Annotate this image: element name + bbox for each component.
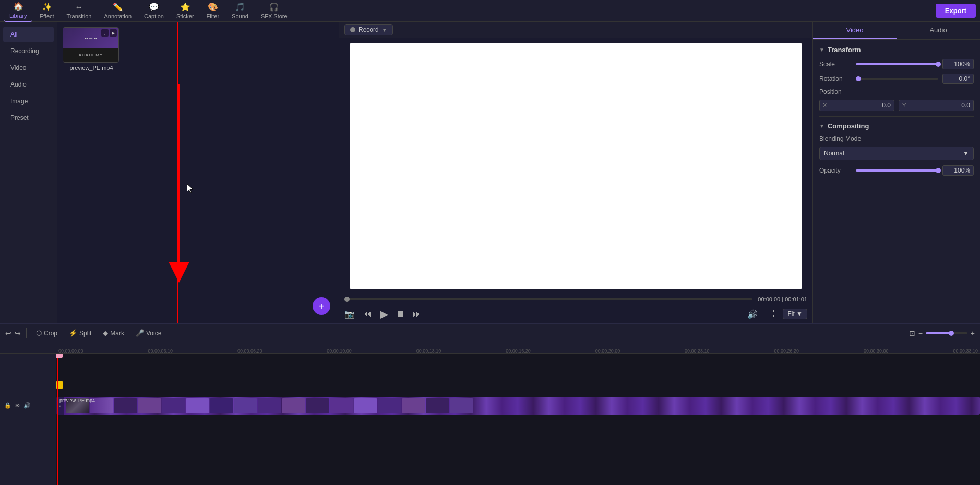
- media-thumb-video-icon: ▶: [110, 29, 117, 37]
- svg-marker-1: [169, 262, 189, 283]
- nav-library[interactable]: 🏠 Library: [4, 0, 32, 22]
- ruler-mark-10: 00:00:33:10: [953, 348, 978, 354]
- split-tool[interactable]: ⚡ Split: [65, 328, 95, 338]
- ruler-mark-0: 00:00:00:00: [58, 348, 83, 354]
- nav-sound[interactable]: 🎵 Sound: [226, 0, 254, 21]
- record-button[interactable]: Record ▼: [344, 24, 393, 35]
- ruler-mark-6: 00:00:20:00: [595, 348, 620, 354]
- rotation-value: 0.0°: [942, 74, 974, 84]
- audio-icon[interactable]: 🔊: [23, 402, 31, 409]
- opacity-label: Opacity: [819, 167, 856, 174]
- sfx-icon: 🎧: [269, 2, 279, 12]
- mark-icon: ◆: [103, 329, 108, 337]
- transform-arrow: ▼: [819, 47, 824, 53]
- tab-video[interactable]: Video: [813, 22, 897, 39]
- redo-button[interactable]: ↪: [15, 329, 21, 337]
- export-button[interactable]: Export: [936, 4, 976, 18]
- video-clip[interactable]: ▪: [56, 397, 980, 415]
- scale-slider[interactable]: [856, 63, 938, 65]
- nav-effect[interactable]: ✨ Effect: [34, 0, 59, 21]
- sidebar-item-preset[interactable]: Preset: [3, 110, 54, 126]
- opacity-slider[interactable]: [856, 169, 938, 172]
- blend-dropdown-arrow: ▼: [963, 150, 969, 157]
- volume-button[interactable]: 🔊: [747, 309, 758, 319]
- stop-button[interactable]: ⏹: [396, 309, 404, 319]
- voice-icon: 🎤: [136, 329, 144, 337]
- annotation-icon: ✏️: [113, 2, 123, 12]
- sidebar-item-image[interactable]: Image: [3, 93, 54, 109]
- lock-icon[interactable]: 🔒: [4, 402, 11, 409]
- y-axis-label: Y: [902, 102, 906, 108]
- fit-selector[interactable]: Fit ▼: [783, 309, 807, 319]
- preview-progress-bar: 00:00:00 | 00:01:01: [339, 294, 812, 305]
- drop-arrow: [166, 84, 192, 293]
- nav-sfx[interactable]: 🎧 SFX Store: [256, 0, 293, 21]
- compositing-section-header[interactable]: ▼ Compositing: [819, 122, 974, 130]
- blending-mode-label: Blending Mode: [819, 135, 861, 142]
- undo-button[interactable]: ↩: [5, 329, 11, 337]
- timeline-right: 00:00:00:00 00:00:03:10 00:00:06:20 00:0…: [56, 342, 980, 485]
- add-media-button[interactable]: +: [313, 297, 330, 315]
- track-row-video[interactable]: ▪: [56, 395, 980, 416]
- nav-annotation[interactable]: ✏️ Annotation: [99, 0, 137, 21]
- ruler-mark-4: 00:00:13:10: [416, 348, 441, 354]
- media-thumb-menu-icon: ⋮: [101, 29, 109, 37]
- zoom-out-button[interactable]: −: [918, 329, 923, 337]
- ruler-mark-5: 00:00:16:20: [506, 348, 531, 354]
- play-button[interactable]: ▶: [380, 308, 388, 320]
- ruler-mark-3: 00:00:10:00: [327, 348, 352, 354]
- zoom-slider[interactable]: [926, 332, 967, 334]
- preview-progress-track[interactable]: [344, 298, 752, 300]
- sidebar-item-audio[interactable]: Audio: [3, 77, 54, 92]
- main-area: All Recording Video Audio Image Preset: [0, 22, 980, 323]
- nav-caption[interactable]: 💬 Caption: [139, 0, 169, 21]
- transform-section-header[interactable]: ▼ Transform: [819, 46, 974, 54]
- zoom-in-button[interactable]: +: [971, 329, 975, 337]
- media-content: ▪▪ ─ ▪▪ ACADEMY ⋮ ▶ preview_PE.mp4: [57, 22, 339, 323]
- position-xy-row: X 0.0 Y 0.0: [819, 100, 974, 111]
- rewind-button[interactable]: ⏮: [363, 309, 372, 319]
- blending-mode-select[interactable]: Normal ▼: [819, 147, 974, 160]
- position-x-field[interactable]: X 0.0: [819, 100, 894, 111]
- scale-row: Scale 100%: [819, 59, 974, 69]
- fullscreen-button[interactable]: ⛶: [766, 309, 774, 319]
- eye-icon[interactable]: 👁: [15, 403, 20, 409]
- ruler-mark-7: 00:00:23:10: [685, 348, 710, 354]
- record-dropdown-arrow[interactable]: ▼: [382, 27, 387, 33]
- sidebar-item-all[interactable]: All: [3, 27, 54, 42]
- preview-controls: 📷 ⏮ ▶ ⏹ ⏭ 🔊 ⛶ Fit ▼: [339, 305, 812, 323]
- split-icon: ⚡: [69, 329, 77, 337]
- right-tabs: Video Audio: [813, 22, 980, 40]
- record-dot: [350, 27, 355, 32]
- top-nav: 🏠 Library ✨ Effect ↔ Transition ✏️ Annot…: [0, 0, 980, 22]
- crop-tool[interactable]: ⬡ Crop: [32, 328, 62, 338]
- voice-tool[interactable]: 🎤 Voice: [132, 328, 165, 338]
- sidebar-item-recording[interactable]: Recording: [3, 43, 54, 59]
- time-display: 00:00:00 | 00:01:01: [758, 296, 807, 302]
- sidebar-item-video[interactable]: Video: [3, 60, 54, 76]
- tab-audio[interactable]: Audio: [897, 22, 980, 39]
- nav-sticker[interactable]: ⭐ Sticker: [171, 0, 199, 21]
- timeline-playhead[interactable]: [57, 354, 58, 485]
- forward-button[interactable]: ⏭: [413, 309, 421, 319]
- timeline-tracks: ▪: [56, 354, 980, 485]
- mouse-cursor: [187, 184, 194, 191]
- position-section: Position X 0.0 Y 0.0: [819, 88, 974, 111]
- nav-filter[interactable]: 🎨 Filter: [201, 0, 224, 21]
- media-item[interactable]: ▪▪ ─ ▪▪ ACADEMY ⋮ ▶ preview_PE.mp4: [63, 27, 120, 71]
- timeline-area: ↩ ↪ ⬡ Crop ⚡ Split ◆ Mark 🎤 Voice ⊡ − +: [0, 323, 980, 485]
- position-y-field[interactable]: Y 0.0: [899, 100, 974, 111]
- mark-tool[interactable]: ◆ Mark: [99, 328, 128, 338]
- nav-transition[interactable]: ↔ Transition: [62, 1, 97, 21]
- preview-progress-thumb[interactable]: [344, 297, 350, 302]
- caption-icon: 💬: [149, 2, 159, 12]
- track-row-empty-2: [56, 374, 980, 395]
- ruler-mark-1: 00:00:03:10: [148, 348, 173, 354]
- zoom-controls: ⊡ − +: [909, 329, 975, 337]
- fit-timeline-button[interactable]: ⊡: [909, 329, 915, 337]
- fit-dropdown-arrow: ▼: [796, 310, 803, 318]
- rotation-slider[interactable]: [856, 78, 938, 80]
- clip-label: preview_PE.mp4: [59, 398, 95, 403]
- media-thumbnail[interactable]: ▪▪ ─ ▪▪ ACADEMY ⋮ ▶: [63, 27, 119, 63]
- screenshot-button[interactable]: 📷: [344, 309, 355, 319]
